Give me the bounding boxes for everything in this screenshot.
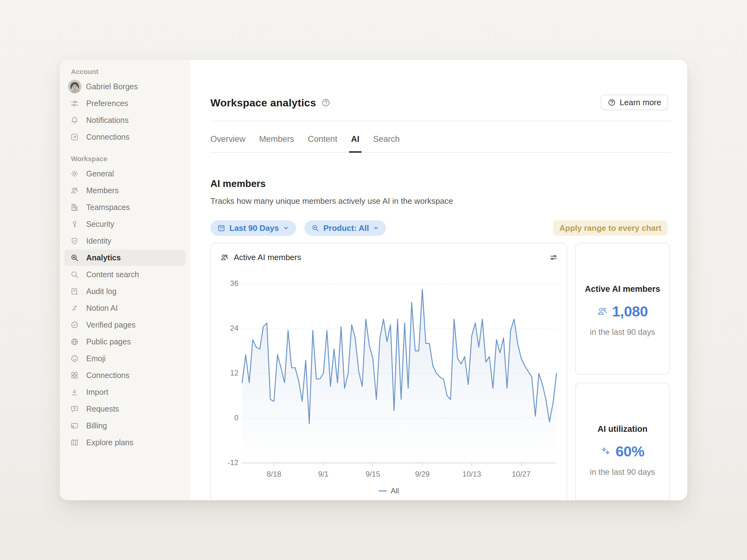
sidebar-item-connections-account[interactable]: Connections	[64, 129, 185, 145]
sidebar-item-import[interactable]: Import	[64, 384, 185, 400]
sliders-icon	[70, 99, 79, 108]
help-circle-icon	[608, 98, 616, 107]
key-icon	[70, 220, 79, 229]
learn-more-button[interactable]: Learn more	[601, 95, 668, 110]
gear-icon	[70, 169, 79, 178]
tab-ai[interactable]: AI	[351, 134, 360, 144]
active-ai-members-line-chart	[211, 243, 568, 500]
settings-window: Account Gabriel Borges Preferences	[60, 60, 687, 500]
stat-title: Active AI members	[585, 284, 660, 294]
people-icon	[597, 306, 608, 317]
scroll-icon	[70, 287, 79, 296]
stat-cards-column: Active AI members 1,080 in the last 90 d…	[575, 243, 670, 500]
tab-content[interactable]: Content	[308, 134, 337, 144]
sidebar-item-requests[interactable]: Requests	[64, 401, 185, 417]
sidebar-item-security[interactable]: Security	[64, 216, 185, 232]
product-filter[interactable]: Product: All	[304, 220, 386, 236]
zoom-in-icon	[311, 224, 319, 232]
sidebar-item-content-search[interactable]: Content search	[64, 266, 185, 283]
stat-value: 1,080	[612, 303, 648, 320]
sidebar-item-public-pages[interactable]: Public pages	[64, 334, 185, 350]
seal-check-icon	[70, 321, 79, 329]
sidebar-section-account: Account	[71, 68, 190, 76]
sidebar-item-label: Security	[86, 220, 114, 229]
sidebar-item-identity[interactable]: Identity	[64, 233, 185, 249]
sidebar-item-label: Notion AI	[86, 304, 118, 313]
sparkles-icon	[601, 446, 611, 457]
calendar-icon	[217, 224, 225, 232]
x-axis-label: 9/15	[366, 470, 380, 479]
chevron-down-icon	[373, 225, 379, 231]
chevron-down-icon	[283, 225, 289, 231]
help-circle-icon[interactable]	[321, 98, 331, 107]
date-range-value: Last 90 Days	[229, 223, 279, 233]
grid-icon	[70, 371, 79, 379]
search-icon	[70, 270, 79, 279]
sidebar-item-teamspaces[interactable]: Teamspaces	[64, 199, 185, 215]
sidebar-item-members[interactable]: Members	[64, 182, 185, 198]
zoom-in-icon	[70, 254, 79, 262]
analytics-content: Workspace analytics Learn more Overview …	[190, 60, 687, 500]
stat-caption: in the last 90 days	[590, 467, 655, 477]
active-ai-members-stat-card: Active AI members 1,080 in the last 90 d…	[575, 243, 670, 375]
page-title: Workspace analytics	[210, 97, 316, 109]
x-axis-label: 9/29	[415, 470, 430, 479]
x-axis-label: 8/18	[267, 470, 281, 479]
sidebar-item-label: Members	[86, 186, 119, 195]
shield-check-icon	[70, 237, 79, 245]
x-axis-label: 9/1	[318, 470, 328, 479]
sidebar-item-label: Analytics	[86, 253, 121, 262]
sidebar-item-label: Explore plans	[86, 438, 133, 447]
sidebar-item-label: Connections	[86, 371, 129, 380]
tab-search[interactable]: Search	[373, 134, 400, 144]
date-range-filter[interactable]: Last 90 Days	[210, 220, 296, 236]
sidebar-item-label: Audit log	[86, 287, 117, 296]
tab-overview[interactable]: Overview	[210, 134, 246, 144]
download-icon	[70, 388, 79, 396]
sidebar-item-notifications[interactable]: Notifications	[64, 112, 185, 128]
sidebar-item-account-profile[interactable]: Gabriel Borges	[64, 78, 185, 95]
building-icon	[70, 203, 79, 212]
sidebar-item-notion-ai[interactable]: Notion AI	[64, 300, 185, 316]
sidebar-item-connections-workspace[interactable]: Connections	[64, 367, 185, 383]
y-axis-label: 0	[211, 414, 238, 422]
x-axis-label: 10/27	[512, 470, 531, 479]
sidebar-item-general[interactable]: General	[64, 165, 185, 182]
chart-legend: All	[211, 486, 566, 495]
y-axis-label: 12	[211, 369, 238, 377]
y-axis-label: 24	[211, 324, 238, 332]
product-filter-value: Product: All	[324, 223, 369, 233]
credit-card-icon	[70, 422, 79, 430]
sidebar-item-label: Verified pages	[86, 320, 135, 329]
sidebar-item-preferences[interactable]: Preferences	[64, 95, 185, 111]
ai-utilization-stat-card: AI utilization 60% in the last 90 days	[575, 383, 670, 500]
sidebar-item-analytics[interactable]: Analytics	[64, 249, 185, 266]
sidebar-item-audit-log[interactable]: Audit log	[64, 283, 185, 299]
legend-label: All	[391, 486, 399, 495]
sidebar-item-label: Public pages	[86, 337, 131, 346]
sidebar-item-verified-pages[interactable]: Verified pages	[64, 317, 185, 333]
arrow-up-right-box-icon	[70, 133, 79, 141]
filters-row: Last 90 Days Product: All Apply range to…	[210, 220, 668, 236]
sidebar-item-label: Gabriel Borges	[86, 82, 138, 91]
legend-line-swatch	[379, 490, 387, 491]
sidebar-item-label: Content search	[86, 270, 139, 279]
sidebar-section-workspace: Workspace	[71, 155, 190, 163]
tab-members[interactable]: Members	[259, 134, 294, 144]
learn-more-label: Learn more	[620, 98, 661, 107]
sidebar-item-explore-plans[interactable]: Explore plans	[64, 434, 185, 451]
sidebar-item-billing[interactable]: Billing	[64, 418, 185, 434]
sidebar-item-label: General	[86, 169, 114, 178]
analytics-tabs: Overview Members Content AI Search	[210, 121, 671, 153]
sidebar-item-label: Import	[86, 388, 108, 397]
sidebar-item-label: Teamspaces	[86, 203, 130, 212]
x-axis-label: 10/13	[463, 470, 481, 479]
sidebar-item-label: Emoji	[86, 354, 106, 363]
avatar	[68, 80, 81, 93]
globe-icon	[70, 338, 79, 346]
sidebar-item-label: Requests	[86, 404, 119, 414]
settings-sidebar: Account Gabriel Borges Preferences	[60, 60, 190, 500]
sidebar-item-emoji[interactable]: Emoji	[64, 350, 185, 367]
smiley-icon	[70, 354, 79, 363]
apply-range-button[interactable]: Apply range to every chart	[553, 220, 668, 236]
